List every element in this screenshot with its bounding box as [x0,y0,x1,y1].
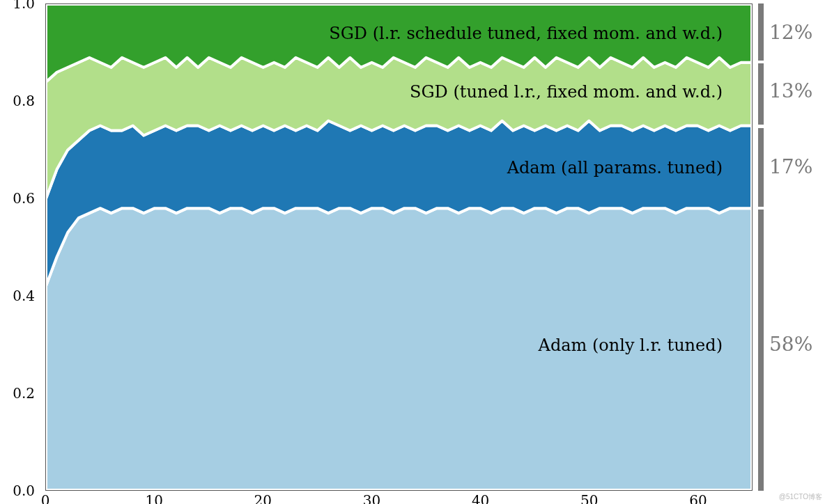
right-percent-3: 12% [769,21,812,44]
area-chart [46,4,752,490]
x-tick-label: 40 [472,492,489,504]
right-range-bar [758,210,764,491]
y-tick-label: 0.0 [13,482,35,499]
right-percent-2: 13% [769,79,812,102]
right-percent-0: 58% [769,333,812,356]
series-label-1: Adam (all params. tuned) [507,158,723,178]
right-percent-1: 17% [769,155,812,178]
right-range-bar [758,3,764,61]
x-tick-label: 30 [363,492,380,504]
x-tick-label: 20 [254,492,272,504]
x-axis-ticks: 0102030405060 [45,491,753,504]
y-tick-label: 0.2 [13,385,35,402]
right-range-bar [758,128,764,207]
watermark-text: @51CTO博客 [779,492,822,502]
right-range-bar [758,63,764,125]
x-tick-label: 60 [689,492,707,504]
y-axis-ticks: 0.00.20.40.60.81.0 [0,3,42,491]
x-tick-label: 10 [145,492,162,504]
chart-frame: SGD (l.r. schedule tuned, fixed mom. and… [45,3,753,491]
x-tick-label: 0 [41,492,50,504]
series-label-0: Adam (only l.r. tuned) [539,336,723,355]
y-tick-label: 0.8 [13,93,35,109]
y-tick-label: 0.4 [13,288,35,304]
y-tick-label: 1.0 [13,0,35,12]
series-label-2: SGD (tuned l.r., fixed mom. and w.d.) [410,82,723,102]
series-label-3: SGD (l.r. schedule tuned, fixed mom. and… [329,24,723,43]
y-tick-label: 0.6 [13,190,35,207]
x-tick-label: 50 [580,492,598,504]
